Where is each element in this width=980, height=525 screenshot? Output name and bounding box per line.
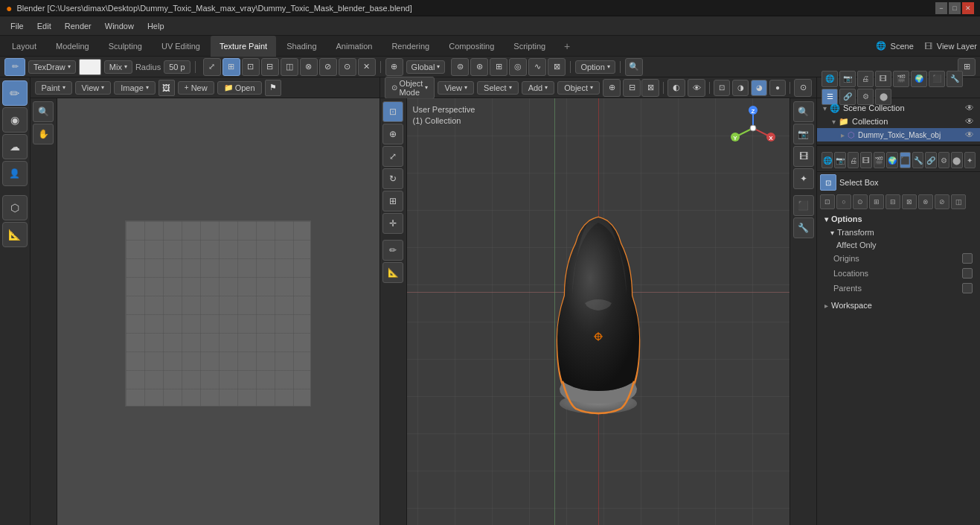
transform-icon1[interactable]: ⤢ [203, 58, 221, 76]
shader-render[interactable]: ● [769, 80, 786, 96]
scene-visibility-icon[interactable]: 👁 [965, 103, 974, 113]
panel-view-layer-tab[interactable]: 🎞 [875, 71, 891, 87]
move-tool[interactable]: ⤢ [382, 146, 403, 167]
prop-particles-tab[interactable]: ✦ [964, 152, 976, 168]
vp-camera[interactable]: 📷 [793, 124, 814, 144]
scene-label[interactable]: Scene [891, 42, 914, 51]
select-menu[interactable]: Select ▾ [477, 81, 519, 95]
minimize-button[interactable]: − [935, 2, 947, 14]
blend-mode-selector[interactable]: Mix ▾ [104, 60, 132, 74]
transform-icon4[interactable]: ⊟ [261, 58, 279, 76]
fill2-tool-button[interactable]: ⬡ [2, 195, 28, 220]
panel-output-tab[interactable]: 🖨 [857, 71, 874, 87]
view-layer-label[interactable]: View Layer [937, 42, 977, 51]
collection-item[interactable]: ▾ 📁 Collection 👁 [817, 115, 980, 128]
transform-icon8[interactable]: ⊙ [339, 58, 356, 76]
tab-modeling[interactable]: Modeling [47, 36, 98, 57]
add-workspace-button[interactable]: + [559, 38, 575, 54]
menu-file[interactable]: File [4, 20, 30, 32]
maximize-button[interactable]: □ [949, 2, 961, 14]
prop-render-tab[interactable]: 📷 [834, 152, 845, 168]
color-swatch[interactable] [79, 59, 101, 75]
view-menu2[interactable]: View ▾ [438, 81, 474, 95]
panel-render-tab[interactable]: 📷 [839, 71, 856, 87]
parents-checkbox[interactable] [962, 283, 973, 293]
object-mode-selector[interactable]: ⊙ Object Mode ▾ [385, 77, 435, 99]
open-image-button[interactable]: 📁 Open [217, 81, 262, 95]
measure-tool-button[interactable]: 📐 [2, 222, 28, 247]
sel-circle-icon[interactable]: ○ [836, 194, 851, 209]
prop-world2-tab[interactable]: 🌍 [886, 152, 897, 168]
overlay-icon2[interactable]: 👁 [688, 79, 705, 97]
menu-help[interactable]: Help [141, 20, 170, 32]
tool-draw-button[interactable]: ✏ [4, 58, 25, 76]
fill-tool-button[interactable]: ◉ [2, 107, 28, 133]
tab-scripting[interactable]: Scripting [505, 36, 554, 57]
shader-solid[interactable]: ◑ [732, 80, 749, 96]
add-menu[interactable]: Add ▾ [522, 81, 555, 95]
object-menu[interactable]: Object ▾ [557, 81, 600, 95]
mesh-item[interactable]: ▸ ⬡ Dummy_Toxic_Mask_obj 👁 [817, 128, 980, 141]
uv-zoom-in-button[interactable]: 🔍 [33, 101, 54, 122]
vp-zoom-in[interactable]: 🔍 [793, 101, 814, 122]
snap-icon2[interactable]: ⊠ [641, 79, 659, 97]
vp-film[interactable]: 🎞 [793, 146, 814, 167]
shader-material[interactable]: ◕ [751, 80, 767, 96]
prop-mod2-tab[interactable]: 🔧 [912, 152, 923, 168]
panel-world-tab[interactable]: 🌍 [911, 71, 927, 87]
tab-compositing[interactable]: Compositing [440, 36, 503, 57]
tab-uv-editing[interactable]: UV Editing [153, 36, 209, 57]
prop-constraint2-tab[interactable]: 🔗 [925, 152, 936, 168]
search-button[interactable]: 🔍 [625, 58, 643, 76]
transform-icon9[interactable]: ✕ [358, 58, 376, 76]
vp-render[interactable]: ✦ [793, 168, 814, 189]
prop-mat2-tab[interactable]: ⬤ [951, 152, 962, 168]
workspace-row[interactable]: ▸ Workspace [822, 299, 976, 312]
locations-checkbox[interactable] [962, 268, 973, 279]
tab-sculpting[interactable]: Sculpting [100, 36, 151, 57]
gizmo-center[interactable] [750, 125, 756, 131]
snap-icon1[interactable]: ⊟ [623, 79, 641, 97]
transform-icon3[interactable]: ⊡ [242, 58, 260, 76]
panel-object-tab[interactable]: ⬛ [929, 71, 945, 87]
wave-icon[interactable]: ∿ [528, 58, 546, 76]
sel-extra6-icon[interactable]: ◫ [951, 194, 966, 209]
prop-data2-tab[interactable]: ⚙ [938, 152, 949, 168]
scene-collection-header[interactable]: ▾ 🌐 Scene Collection 👁 [817, 101, 980, 115]
snap-button[interactable]: ⊕ [385, 58, 403, 76]
proportional-icon[interactable]: ◎ [509, 58, 527, 76]
sel-extra4-icon[interactable]: ⊗ [918, 194, 933, 209]
tab-rendering[interactable]: Rendering [382, 36, 438, 57]
prop-output-tab[interactable]: 🖨 [848, 152, 859, 168]
viewport-snap-button[interactable]: ⊕ [603, 79, 621, 97]
tab-shading[interactable]: Shading [278, 36, 325, 57]
cursor-tool[interactable]: ⊕ [382, 124, 403, 144]
annotate-tool[interactable]: ✏ [382, 240, 403, 261]
menu-render[interactable]: Render [59, 20, 97, 32]
shader-wire[interactable]: ⊡ [714, 80, 730, 96]
mirror-icon[interactable]: ⊛ [470, 58, 488, 76]
pin-button[interactable]: ⚑ [265, 80, 281, 96]
options-button[interactable]: Option ▾ [575, 60, 615, 74]
transform-header[interactable]: ▾ Transform [822, 226, 976, 239]
panel-scene-tab[interactable]: 🌐 [822, 71, 838, 87]
tab-layout[interactable]: Layout [3, 36, 45, 57]
view-menu[interactable]: View ▾ [75, 81, 112, 95]
menu-edit[interactable]: Edit [31, 20, 57, 32]
prop-layer-tab[interactable]: 🎞 [860, 152, 871, 168]
image-picker-button[interactable]: 🖼 [158, 80, 175, 96]
sel-extra-icon[interactable]: ⊞ [869, 194, 884, 209]
snapping-icon[interactable]: ⊞ [490, 58, 507, 76]
measure-vp-tool[interactable]: 📐 [382, 262, 403, 283]
sel-extra3-icon[interactable]: ⊠ [902, 194, 917, 209]
menu-window[interactable]: Window [99, 20, 140, 32]
new-image-button[interactable]: + New [178, 81, 214, 95]
blur-tool-button[interactable]: ☁ [2, 134, 28, 159]
paint-menu[interactable]: Paint ▾ [35, 81, 72, 95]
prop-scene-tab[interactable]: 🌐 [822, 152, 833, 168]
collection-visibility-icon[interactable]: 👁 [965, 116, 974, 127]
scale-tool[interactable]: ⊞ [382, 191, 403, 211]
prop-scene2-tab[interactable]: 🎬 [874, 152, 885, 168]
sel-lasso-icon[interactable]: ⊙ [853, 194, 868, 209]
tab-animation[interactable]: Animation [327, 36, 382, 57]
